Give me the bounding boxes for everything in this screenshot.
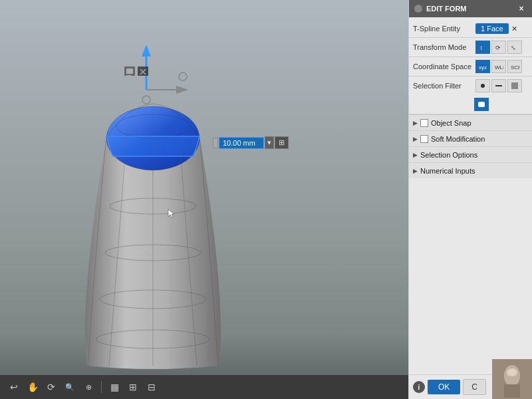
entity-close-btn[interactable]: ✕ bbox=[510, 24, 519, 33]
soft-modification-checkbox[interactable] bbox=[420, 135, 428, 143]
panel-header: EDIT FORM × bbox=[409, 0, 532, 17]
svg-text:↕: ↕ bbox=[479, 44, 483, 51]
tool-grid3-icon[interactable]: ⊟ bbox=[144, 380, 159, 394]
tool-orbit-icon[interactable]: ⟳ bbox=[44, 380, 59, 394]
coord-world-btn[interactable]: WLD bbox=[491, 60, 506, 73]
filter-body-btn[interactable] bbox=[474, 98, 489, 111]
selection-filter-label: Selection Filter bbox=[413, 82, 473, 90]
svg-rect-32 bbox=[504, 384, 520, 398]
edit-form-panel: EDIT FORM × T-Spline Entity 1 Face ✕ Tra… bbox=[408, 0, 532, 399]
cancel-button[interactable]: C bbox=[463, 379, 486, 395]
tool-grid2-icon[interactable]: ⊞ bbox=[126, 380, 140, 394]
object-snap-chevron: ▶ bbox=[413, 120, 418, 126]
selection-filter-extra-row bbox=[409, 95, 532, 114]
corner-thumbnail bbox=[492, 359, 532, 399]
svg-marker-8 bbox=[142, 45, 151, 57]
selection-filter-extra-controls bbox=[474, 98, 489, 111]
svg-point-25 bbox=[481, 84, 485, 88]
coordinate-space-label: Coordinate Space bbox=[413, 63, 473, 70]
panel-body: T-Spline Entity 1 Face ✕ Transform Mode … bbox=[409, 17, 532, 374]
numerical-inputs-chevron: ▶ bbox=[413, 168, 418, 174]
tool-zoom2-icon[interactable]: ⊕ bbox=[81, 380, 96, 394]
face-badge[interactable]: 1 Face bbox=[475, 23, 509, 34]
transform-move-btn[interactable]: ↕ bbox=[475, 41, 490, 54]
tool-pan-icon[interactable]: ✋ bbox=[25, 380, 40, 394]
unit-dropdown[interactable]: ▾ bbox=[265, 136, 274, 149]
toolbar-separator bbox=[101, 381, 102, 393]
soft-modification-section[interactable]: ▶ Soft Modification bbox=[409, 130, 532, 146]
svg-text:xyz: xyz bbox=[479, 65, 487, 70]
svg-rect-28 bbox=[478, 102, 485, 107]
transform-mode-row: Transform Mode ↕ ⟳ ⤡ bbox=[409, 38, 532, 57]
tspline-entity-controls: 1 Face ✕ bbox=[475, 23, 519, 34]
tspline-entity-label: T-Spline Entity bbox=[413, 25, 473, 33]
expand-input-btn[interactable]: ⊞ bbox=[275, 136, 289, 149]
svg-text:⟳: ⟳ bbox=[495, 45, 501, 51]
numerical-inputs-title: Numerical Inputs bbox=[420, 167, 475, 175]
svg-rect-12 bbox=[126, 68, 133, 74]
ok-button[interactable]: OK bbox=[428, 380, 460, 394]
selection-options-chevron: ▶ bbox=[413, 152, 418, 158]
filter-face-btn[interactable] bbox=[507, 79, 522, 92]
tool-grid1-icon[interactable]: ▦ bbox=[107, 380, 122, 394]
numerical-inputs-section[interactable]: ▶ Numerical Inputs bbox=[409, 162, 532, 178]
transform-scale-btn[interactable]: ⤡ bbox=[507, 41, 522, 54]
panel-header-icon bbox=[414, 5, 422, 13]
svg-rect-27 bbox=[511, 82, 518, 89]
info-button[interactable]: i bbox=[413, 381, 425, 393]
svg-text:SCR: SCR bbox=[511, 65, 519, 70]
svg-text:WLD: WLD bbox=[495, 65, 503, 70]
tool-zoom-icon[interactable]: 🔍 bbox=[63, 380, 77, 394]
svg-point-16 bbox=[179, 72, 187, 80]
tool-rotate-icon[interactable]: ↩ bbox=[7, 380, 21, 394]
coordinate-space-controls: xyz WLD SCR bbox=[475, 60, 522, 73]
svg-text:⤡: ⤡ bbox=[511, 45, 516, 51]
object-snap-section[interactable]: ▶ Object Snap bbox=[409, 114, 532, 130]
filter-vertex-btn[interactable] bbox=[475, 79, 490, 92]
transform-mode-controls: ↕ ⟳ ⤡ bbox=[475, 41, 522, 54]
close-panel-button[interactable]: × bbox=[516, 3, 527, 14]
3d-viewport[interactable]: ▾ ⊞ ↩ ✋ ⟳ 🔍 ⊕ ▦ ⊞ ⊟ bbox=[0, 0, 408, 399]
corner-thumb-inner bbox=[492, 359, 532, 399]
svg-point-17 bbox=[142, 96, 150, 104]
selection-options-title: Selection Options bbox=[420, 151, 477, 159]
bottom-toolbar: ↩ ✋ ⟳ 🔍 ⊕ ▦ ⊞ ⊟ bbox=[0, 375, 408, 399]
transform-rotate-btn[interactable]: ⟳ bbox=[491, 41, 506, 54]
transform-gizmo bbox=[116, 37, 196, 110]
coord-local-btn[interactable]: xyz bbox=[475, 60, 490, 73]
dimension-input[interactable]: ▾ ⊞ bbox=[213, 136, 289, 149]
tspline-entity-row: T-Spline Entity 1 Face ✕ bbox=[409, 20, 532, 37]
object-snap-title: Object Snap bbox=[431, 119, 471, 127]
coord-screen-btn[interactable]: SCR bbox=[507, 60, 522, 73]
svg-point-31 bbox=[507, 368, 517, 376]
filter-edge-btn[interactable] bbox=[491, 79, 506, 92]
coordinate-space-row: Coordinate Space xyz WLD SCR bbox=[409, 57, 532, 76]
panel-title: EDIT FORM bbox=[426, 5, 467, 13]
selection-filter-controls bbox=[475, 79, 522, 92]
transform-mode-label: Transform Mode bbox=[413, 43, 473, 51]
selection-options-section[interactable]: ▶ Selection Options bbox=[409, 146, 532, 162]
selection-filter-row: Selection Filter bbox=[409, 76, 532, 95]
object-snap-checkbox[interactable] bbox=[420, 119, 428, 127]
soft-modification-chevron: ▶ bbox=[413, 136, 418, 142]
soft-modification-title: Soft Modification bbox=[431, 135, 485, 143]
svg-marker-10 bbox=[176, 86, 188, 94]
value-input[interactable] bbox=[219, 137, 264, 149]
